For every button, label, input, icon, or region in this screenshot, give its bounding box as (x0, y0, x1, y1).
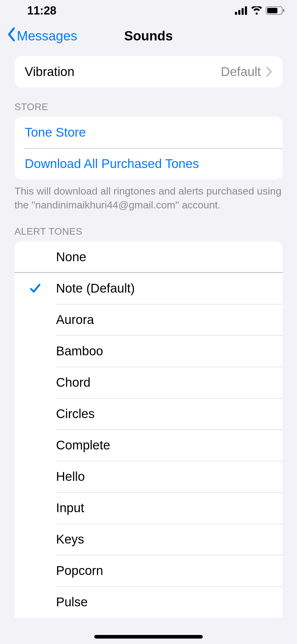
alert-tone-label: None (56, 250, 272, 264)
alert-tone-label: Hello (56, 469, 272, 484)
store-header: STORE (14, 101, 283, 117)
svg-rect-1 (238, 10, 240, 15)
alert-tone-row[interactable]: Popcorn (14, 555, 283, 586)
svg-rect-6 (283, 9, 284, 12)
chevron-left-icon (7, 27, 16, 44)
alert-tone-label: Aurora (56, 312, 272, 327)
alert-tones-header: ALERT TONES (0, 226, 297, 241)
alert-tone-label: Circles (56, 407, 272, 421)
back-button[interactable]: Messages (7, 27, 77, 44)
svg-rect-2 (242, 8, 244, 15)
alert-tone-row[interactable]: Chord (14, 367, 283, 398)
alert-tone-label: Bamboo (56, 344, 272, 358)
alert-tone-label: Pulse (56, 595, 272, 609)
alert-tone-label: Note (Default) (56, 281, 272, 296)
battery-icon (266, 6, 285, 15)
alert-tone-row[interactable]: Note (Default) (14, 273, 283, 304)
store-footer: This will download all ringtones and ale… (14, 179, 283, 212)
alert-tone-label: Keys (56, 532, 272, 547)
chevron-right-icon (266, 67, 272, 77)
home-indicator (94, 635, 203, 639)
alert-tone-label: Complete (56, 438, 272, 452)
vibration-row[interactable]: Vibration Default (14, 56, 283, 87)
alert-tone-row[interactable]: Input (14, 492, 283, 524)
vibration-value: Default (221, 65, 261, 79)
alert-tone-label: Input (56, 501, 272, 515)
svg-rect-3 (245, 6, 247, 15)
alert-tone-row[interactable]: Bamboo (14, 335, 283, 367)
alert-tone-row[interactable]: Complete (14, 430, 283, 461)
alert-tone-row[interactable]: Hello (14, 461, 283, 492)
back-label: Messages (17, 28, 77, 43)
status-right (235, 6, 285, 15)
alert-tone-row[interactable]: Pulse (14, 586, 283, 618)
svg-rect-0 (235, 12, 237, 15)
alert-tone-row[interactable]: Circles (14, 398, 283, 430)
nav-bar: Messages Sounds (0, 21, 297, 51)
alert-tone-row[interactable]: Keys (14, 524, 283, 555)
svg-rect-5 (267, 8, 277, 13)
tone-store-row[interactable]: Tone Store (14, 117, 283, 148)
download-all-label: Download All Purchased Tones (25, 157, 199, 171)
alert-tone-label: Popcorn (56, 563, 272, 578)
wifi-icon (251, 6, 263, 15)
download-all-row[interactable]: Download All Purchased Tones (14, 148, 283, 179)
status-bar: 11:28 (0, 0, 297, 21)
alert-tones-list: NoneNote (Default)AuroraBambooChordCircl… (14, 241, 283, 618)
alert-tone-row[interactable]: Aurora (14, 304, 283, 335)
alert-tone-row[interactable]: None (14, 241, 283, 273)
check-icon (14, 282, 56, 294)
vibration-label: Vibration (25, 65, 221, 79)
cellular-icon (235, 6, 248, 15)
status-time: 11:28 (27, 4, 56, 17)
tone-store-label: Tone Store (25, 125, 86, 140)
alert-tone-label: Chord (56, 375, 272, 390)
